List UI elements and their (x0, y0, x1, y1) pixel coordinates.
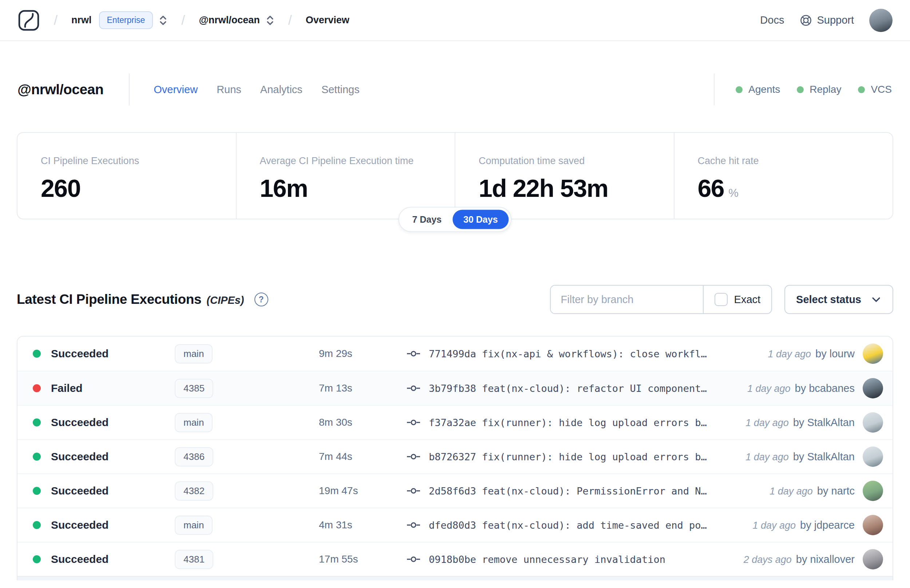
stat-value: 260 (41, 174, 81, 202)
commit-message: fix(nx-api & workflows): close workfl… (482, 348, 707, 360)
branch-badge[interactable]: main (175, 413, 213, 432)
breadcrumb-slash: / (54, 13, 58, 28)
commit-text[interactable]: f37a32aefix(runner): hide log upload err… (429, 417, 707, 428)
next-row-partial (18, 576, 892, 580)
period-option-30-days[interactable]: 30 Days (453, 210, 509, 229)
exact-match-toggle[interactable]: Exact (703, 286, 772, 313)
execution-duration: 7m 13s (319, 383, 407, 394)
execution-row[interactable]: Succeeded main 8m 30s f37a32aefix(runner… (18, 405, 892, 439)
indicator-vcs[interactable]: VCS (858, 84, 892, 95)
commit-message: fix(runner): hide log upload errors b… (482, 451, 707, 462)
execution-author: by nixallover (796, 553, 855, 565)
commit-text[interactable]: 3b79fb38feat(nx-cloud): refactor UI comp… (429, 383, 707, 394)
period-option-7-days[interactable]: 7 Days (401, 210, 453, 229)
execution-author: by StalkAltan (793, 417, 855, 429)
support-link[interactable]: Support (799, 14, 854, 27)
feature-indicators: Agents Replay VCS (735, 84, 892, 95)
executions-section-header: Latest CI Pipeline Executions (CIPEs) ? … (0, 285, 910, 314)
stat-value: 66 (698, 174, 724, 202)
exact-checkbox[interactable] (714, 293, 727, 306)
tab-analytics[interactable]: Analytics (260, 84, 302, 96)
breadcrumb-page: Overview (306, 15, 349, 26)
stat-card-ci-pipeline-executions: CI Pipeline Executions 260 (18, 133, 236, 219)
org-switcher-chevron-icon[interactable] (159, 14, 167, 27)
git-commit-icon (407, 418, 420, 426)
breadcrumb-workspace[interactable]: @nrwl/ocean (199, 15, 260, 26)
branch-badge[interactable]: 4385 (175, 379, 213, 398)
stat-card-computation-time-saved: Computation time saved 1d 22h 53m (455, 133, 674, 219)
green-dot-icon (735, 86, 743, 93)
status-select-dropdown[interactable]: Select status (784, 285, 893, 314)
workspace-header: @nrwl/ocean Overview Runs Analytics Sett… (0, 73, 910, 106)
stat-suffix: % (728, 187, 739, 200)
green-dot-icon (858, 86, 865, 93)
status-dot-icon (33, 350, 41, 358)
nx-cloud-logo[interactable] (18, 9, 40, 32)
status-dot-icon (33, 452, 41, 460)
indicator-replay[interactable]: Replay (797, 84, 841, 95)
execution-time-ago: 1 day ago (745, 452, 789, 463)
commit-text[interactable]: 0918b0beremove unnecessary invalidation (429, 554, 665, 565)
git-commit-icon (407, 487, 420, 495)
commit-text[interactable]: 771499dafix(nx-api & workflows): close w… (429, 348, 707, 360)
indicator-agents[interactable]: Agents (735, 84, 780, 95)
workspace-switcher-chevron-icon[interactable] (266, 14, 275, 27)
execution-row[interactable]: Succeeded 4381 17m 55s 0918b0beremove un… (18, 542, 892, 576)
commit-message: remove unnecessary invalidation (482, 554, 665, 565)
author-avatar (863, 412, 883, 433)
branch-badge[interactable]: main (175, 344, 213, 363)
author-avatar (863, 515, 883, 535)
stat-label: CI Pipeline Executions (41, 155, 236, 166)
execution-row[interactable]: Succeeded 4386 7m 44s b8726327fix(runner… (18, 439, 892, 473)
execution-author: by nartc (817, 485, 855, 497)
branch-filter-input[interactable] (551, 286, 703, 313)
execution-row[interactable]: Succeeded main 4m 31s dfed80d3feat(nx-cl… (18, 507, 892, 542)
tab-runs[interactable]: Runs (217, 84, 241, 96)
commit-text[interactable]: b8726327fix(runner): hide log upload err… (429, 451, 707, 462)
stat-card-cache-hit-rate: Cache hit rate 66 % (674, 133, 893, 219)
execution-duration: 19m 47s (319, 485, 407, 497)
commit-hash: 2d58f6d3 (429, 485, 476, 497)
lifebuoy-icon (799, 14, 813, 27)
tab-settings[interactable]: Settings (322, 84, 360, 96)
stats-cards: CI Pipeline Executions 260 Average CI Pi… (17, 132, 893, 220)
execution-row[interactable]: Failed 4385 7m 13s 3b79fb38feat(nx-cloud… (18, 371, 892, 405)
commit-text[interactable]: 2d58f6d3feat(nx-cloud): PermissionError … (429, 485, 707, 497)
status-dot-icon (33, 555, 41, 563)
execution-status: Succeeded (51, 347, 108, 360)
commit-hash: 0918b0be (429, 554, 476, 565)
nx-cloud-logo-icon (18, 9, 40, 32)
author-avatar (863, 549, 883, 569)
execution-row[interactable]: Succeeded 4382 19m 47s 2d58f6d3feat(nx-c… (18, 473, 892, 507)
git-commit-icon (407, 384, 420, 392)
user-avatar[interactable] (869, 9, 892, 32)
divider (714, 73, 714, 105)
stats-section: CI Pipeline Executions 260 Average CI Pi… (17, 132, 893, 220)
branch-badge[interactable]: 4381 (175, 550, 213, 569)
commit-hash: 3b79fb38 (429, 383, 476, 394)
branch-badge[interactable]: main (175, 515, 213, 535)
execution-time-ago: 2 days ago (744, 554, 792, 565)
status-dot-icon (33, 384, 41, 392)
execution-status: Failed (51, 382, 82, 394)
tab-overview[interactable]: Overview (154, 84, 198, 96)
commit-text[interactable]: dfed80d3feat(nx-cloud): add time-saved e… (429, 520, 707, 531)
help-icon[interactable]: ? (254, 292, 268, 306)
executions-subtitle: (CIPEs) (206, 294, 244, 306)
stat-label: Average CI Pipeline Execution time (260, 155, 455, 166)
breadcrumb-slash: / (288, 13, 292, 28)
execution-row[interactable]: Succeeded main 9m 29s 771499dafix(nx-api… (18, 336, 892, 371)
status-dot-icon (33, 521, 41, 529)
divider (129, 73, 129, 105)
execution-duration: 7m 44s (319, 451, 407, 462)
breadcrumb-slash: / (181, 13, 185, 28)
author-avatar (863, 344, 883, 364)
branch-badge[interactable]: 4382 (175, 481, 213, 501)
executions-title: Latest CI Pipeline Executions (17, 292, 201, 307)
stat-value: 16m (260, 174, 308, 202)
breadcrumb-org[interactable]: nrwl (71, 15, 92, 26)
commit-hash: b8726327 (429, 451, 476, 462)
branch-badge[interactable]: 4386 (175, 447, 213, 467)
status-dot-icon (33, 487, 41, 495)
docs-link[interactable]: Docs (760, 14, 784, 26)
